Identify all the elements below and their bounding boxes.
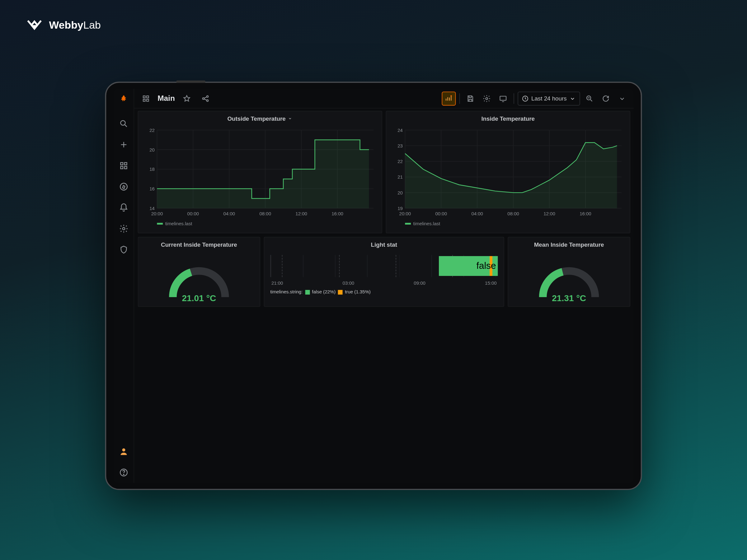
panel-title: Light stat xyxy=(371,241,397,248)
svg-text:20:00: 20:00 xyxy=(151,211,163,216)
tv-mode-button[interactable] xyxy=(496,91,510,105)
panel-title: Inside Temperature xyxy=(481,115,535,122)
panel-outside-temperature[interactable]: Outside Temperature 141618202220:0000:00… xyxy=(138,111,383,233)
svg-text:20: 20 xyxy=(397,190,403,195)
svg-text:12:00: 12:00 xyxy=(295,211,307,216)
outside-chart: 141618202220:0000:0004:0008:0012:0016:00 xyxy=(143,127,377,220)
svg-text:18: 18 xyxy=(149,166,155,172)
svg-rect-12 xyxy=(143,99,145,101)
add-icon[interactable] xyxy=(117,138,130,152)
settings-button[interactable] xyxy=(480,91,494,105)
nav-rail xyxy=(113,89,134,483)
panel-title: Current Inside Temperature xyxy=(161,241,237,248)
chevron-down-icon xyxy=(288,116,292,121)
svg-rect-10 xyxy=(143,96,145,98)
gauge-value: 21.31 °C xyxy=(552,293,586,303)
svg-rect-13 xyxy=(147,99,149,101)
svg-text:08:00: 08:00 xyxy=(259,211,271,216)
panel-title: Mean Inside Temperature xyxy=(534,241,604,248)
svg-point-7 xyxy=(122,448,125,451)
bell-icon[interactable] xyxy=(117,201,130,215)
light-legend: timelines.string: false (22%) true (1.35… xyxy=(270,289,498,295)
save-button[interactable] xyxy=(463,91,478,105)
brand-name-bold: Webby xyxy=(49,19,83,31)
svg-text:08:00: 08:00 xyxy=(507,211,519,216)
panel-light-stat[interactable]: Light stat false xyxy=(264,237,505,307)
light-timeline: false xyxy=(270,255,498,277)
svg-point-17 xyxy=(451,95,452,96)
apps-icon[interactable] xyxy=(139,91,153,105)
inside-legend: timelines.last xyxy=(391,221,625,226)
svg-rect-2 xyxy=(124,163,127,165)
grafana-logo-icon[interactable] xyxy=(117,92,130,106)
svg-point-0 xyxy=(121,121,125,125)
brand-name-light: Lab xyxy=(83,19,101,31)
svg-text:16:00: 16:00 xyxy=(332,211,343,216)
device-screen: Main xyxy=(113,89,634,483)
inside-chart: 19202122232420:0000:0004:0008:0012:0016:… xyxy=(391,127,625,220)
svg-point-18 xyxy=(486,97,488,100)
svg-text:00:00: 00:00 xyxy=(435,211,447,216)
panel-inside-temperature[interactable]: Inside Temperature 19202122232420:0000:0… xyxy=(386,111,630,233)
svg-text:22: 22 xyxy=(397,159,403,164)
refresh-interval-button[interactable] xyxy=(615,91,629,105)
svg-rect-1 xyxy=(121,163,123,165)
svg-text:20:00: 20:00 xyxy=(399,211,411,216)
svg-text:24: 24 xyxy=(397,128,403,133)
shield-icon[interactable] xyxy=(117,243,130,257)
dashboard-grid: Outside Temperature 141618202220:0000:00… xyxy=(134,109,634,483)
tablet-frame: Main xyxy=(105,82,642,490)
panel-title: Outside Temperature xyxy=(227,115,285,122)
svg-rect-4 xyxy=(124,166,127,169)
gear-icon[interactable] xyxy=(117,222,130,236)
light-xaxis: 21:00 03:00 09:00 15:00 xyxy=(270,281,498,286)
svg-text:19: 19 xyxy=(397,206,403,211)
search-icon[interactable] xyxy=(117,117,130,131)
svg-text:23: 23 xyxy=(397,143,403,149)
svg-point-5 xyxy=(120,183,127,190)
svg-rect-11 xyxy=(147,96,149,98)
svg-text:04:00: 04:00 xyxy=(471,211,483,216)
svg-text:14: 14 xyxy=(149,206,155,211)
help-icon[interactable] xyxy=(117,465,130,479)
brand-logo: WebbyLab xyxy=(26,17,101,34)
svg-rect-19 xyxy=(500,96,507,100)
share-icon[interactable] xyxy=(198,91,212,105)
svg-text:04:00: 04:00 xyxy=(224,211,235,216)
refresh-button[interactable] xyxy=(599,91,613,105)
svg-point-9 xyxy=(123,474,124,475)
star-icon[interactable] xyxy=(180,91,194,105)
light-current-label: false xyxy=(476,261,496,271)
topbar: Main xyxy=(134,89,634,109)
time-range-picker[interactable]: Last 24 hours xyxy=(518,91,580,105)
panel-mean-inside[interactable]: Mean Inside Temperature 21.31 °C xyxy=(508,237,630,307)
user-avatar-icon[interactable] xyxy=(117,445,130,459)
svg-text:16:00: 16:00 xyxy=(579,211,591,216)
dashboard-title[interactable]: Main xyxy=(157,94,175,103)
zoom-out-button[interactable] xyxy=(582,91,596,105)
svg-text:16: 16 xyxy=(149,186,155,191)
svg-text:00:00: 00:00 xyxy=(187,211,199,216)
time-range-label: Last 24 hours xyxy=(531,95,567,102)
gauge-value: 21.01 °C xyxy=(182,293,216,303)
svg-text:21: 21 xyxy=(397,175,403,180)
apps-grid-icon[interactable] xyxy=(117,159,130,173)
outside-legend: timelines.last xyxy=(143,221,377,226)
compass-icon[interactable] xyxy=(117,180,130,194)
panel-current-inside[interactable]: Current Inside Temperature 21.01 °C xyxy=(138,237,260,307)
svg-text:22: 22 xyxy=(149,128,155,133)
add-panel-button[interactable] xyxy=(442,91,456,105)
svg-point-6 xyxy=(122,228,125,230)
svg-text:12:00: 12:00 xyxy=(543,211,555,216)
svg-rect-3 xyxy=(121,166,123,169)
svg-text:20: 20 xyxy=(149,147,155,153)
